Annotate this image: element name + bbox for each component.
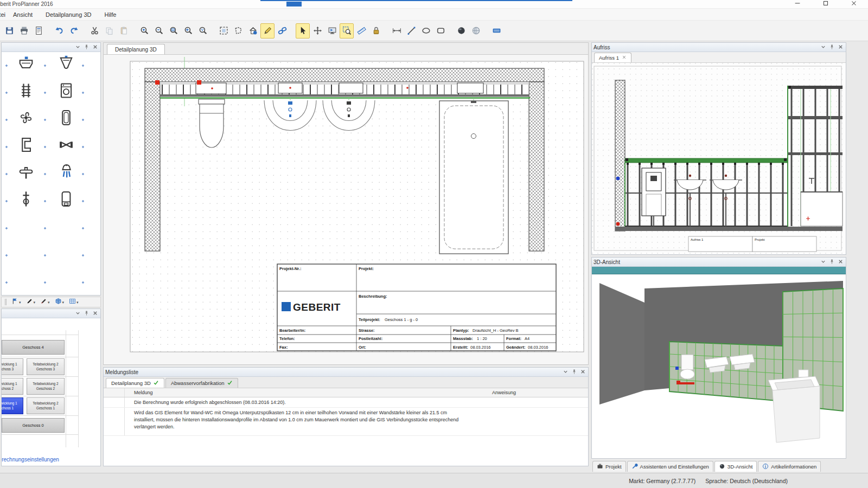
view3d-scene[interactable] [592,274,845,458]
dimension-button[interactable] [390,23,404,38]
paste-button[interactable] [117,23,131,38]
ellipse-button[interactable] [419,23,433,38]
view-control-button[interactable] [325,23,339,38]
elevation-drawing[interactable]: Aufriss 1 Projekt [592,63,845,254]
measure-button[interactable] [354,23,368,38]
aufriss-canvas[interactable]: Aufriss 1 Projekt [592,63,846,254]
structure-cell[interactable]: Teilabwicklung 2Geschoss 3 [27,358,65,375]
panel-pin-button[interactable] [82,44,90,51]
undo-button[interactable] [52,23,66,38]
panel-close-button[interactable] [579,369,586,376]
report-button[interactable] [31,23,46,38]
edit-mode-button[interactable] [260,23,275,38]
table-tool-button[interactable]: ▾ [67,296,80,308]
shade-light-button[interactable] [469,23,483,38]
plan-drawing[interactable]: Projekt-Nr.: Projekt: GEBERIT Beschreibu… [104,55,588,364]
right-wall[interactable] [529,82,544,251]
minimize-button[interactable] [783,0,812,9]
panel-pin-button[interactable] [82,310,90,317]
element-tool-button[interactable]: ▾ [53,296,66,308]
bathtub-item[interactable] [51,107,81,130]
view3d-canvas[interactable] [592,274,846,458]
save-button[interactable] [2,23,16,38]
cut-button[interactable] [87,23,101,38]
polygon-select-button[interactable] [231,23,245,38]
zoom-out-button[interactable] [152,23,166,38]
panel-close-button[interactable] [837,44,844,51]
zoom-previous-button[interactable] [181,23,195,38]
panel-chevron-button[interactable] [819,44,827,51]
panel-close-button[interactable] [91,44,99,51]
boiler-item[interactable] [51,189,81,211]
maximize-button[interactable] [812,0,840,9]
tab-aufriss-1[interactable]: Aufriss 1 [594,53,631,62]
panel-pin-button[interactable] [570,369,578,376]
washing-machine-item[interactable] [51,80,81,103]
tab-3d-ansicht[interactable]: 3D-Ansicht [714,461,757,472]
bath-tap-3d[interactable] [799,370,808,377]
link-elements-button[interactable] [275,23,289,38]
floor-bar-top[interactable]: Geschoss 4 [2,340,65,355]
urinal-item[interactable] [51,53,81,76]
marker-tool-button[interactable]: ▾ [39,296,52,308]
toolbar-grip[interactable] [5,299,7,305]
panel-chevron-button[interactable] [561,369,569,376]
tab-close-icon[interactable] [622,55,627,61]
structure-cell[interactable]: Teilabwicklung 1Geschoss 2 [2,378,23,395]
title-block[interactable]: Projekt-Nr.: Projekt: GEBERIT Beschreibu… [277,264,556,351]
redo-button[interactable] [67,23,81,38]
Abwasservorfabrikation[interactable]: Abwasservorfabrikation [165,378,238,388]
wc-3d[interactable] [680,355,694,379]
panel-close-button[interactable] [837,259,844,266]
home-view-button[interactable] [246,23,260,38]
pipe-coupling-item[interactable] [51,134,81,157]
close-button[interactable] [840,0,868,9]
copy-button[interactable] [102,23,116,38]
zoom-region-button[interactable] [340,23,354,38]
rectangle-button[interactable] [433,23,448,38]
tap-item[interactable] [11,162,41,184]
bathtub-3d[interactable] [768,376,820,442]
print-button[interactable] [17,23,31,38]
top-wall[interactable] [145,68,544,82]
bathtub-plan[interactable] [439,101,508,254]
structure-cell[interactable]: Teilabwicklung 2Geschoss 1 [27,397,65,414]
menu-ansicht[interactable]: Ansicht [7,10,39,20]
material-button[interactable] [489,23,503,38]
message-row[interactable]: Die Berechnung wurde erfolgreich abgesch… [104,397,588,408]
zoom-all-button[interactable] [196,23,210,38]
floor-bar-bottom[interactable]: Geschoss 0 [2,418,65,433]
zoom-window-button[interactable] [167,23,181,38]
menu-detailplanung-3d[interactable]: Detailplanung 3D [39,10,98,20]
panel-chevron-button[interactable] [74,310,81,317]
line-button[interactable] [404,23,418,38]
select-button[interactable] [296,23,310,38]
structure-cell[interactable]: Teilabwicklung 2Geschoss 2 [27,378,65,395]
valve-item[interactable] [11,189,41,211]
tab-detailplanung-3d[interactable]: Detailplanung 3D [107,44,165,54]
menu-hilfe[interactable]: Hilfe [98,10,123,20]
calculation-settings-link[interactable]: Berechnungseinstellungen [2,457,59,463]
ventilator-item[interactable] [11,107,41,130]
pen-tool-button[interactable]: ▾ [24,296,37,308]
flag-tool-button[interactable]: ▾ [10,296,23,308]
panel-pin-button[interactable] [828,259,835,266]
kitchen-sink-item[interactable] [11,134,41,157]
lock-button[interactable] [369,23,383,38]
wc-plan[interactable] [199,99,225,147]
Detailplanung 3D[interactable]: Detailplanung 3D [106,378,164,388]
tab-projekt[interactable]: Projekt [592,461,626,472]
left-wall[interactable] [145,82,160,251]
plan-canvas[interactable]: Projekt-Nr.: Projekt: GEBERIT Beschreibu… [103,54,589,365]
structure-cell[interactable]: Teilabwicklung 1Geschoss 3 [2,358,23,375]
radiator-item[interactable] [11,80,41,103]
fit-screen-button[interactable] [216,23,231,38]
structure-cell-selected[interactable]: Teilabwicklung 1Geschoss 1 [2,397,23,414]
move-button[interactable] [310,23,324,38]
shade-dark-button[interactable] [454,23,468,38]
panel-chevron-button[interactable] [74,44,81,51]
message-row[interactable]: Wird das GIS Element für Wand-WC mit Ome… [104,408,588,436]
tab-artikelinformationen[interactable]: Artikelinformationen [758,461,821,472]
zoom-in-button[interactable] [137,23,151,38]
shower-item[interactable] [51,162,81,184]
